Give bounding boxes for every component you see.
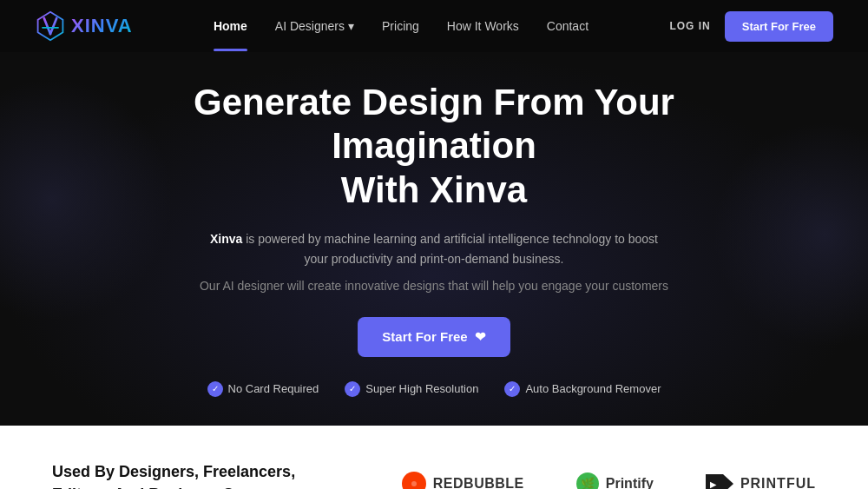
redbubble-icon [402,472,426,490]
nav-item-ai-designers[interactable]: AI Designers ▾ [275,19,354,33]
hero-title: Generate Design From Your Imagination Wi… [130,81,738,212]
check-icon-3: ✓ [504,381,520,397]
hero-desc: Our AI designer will create innovative d… [130,279,738,293]
heart-icon: ❤ [475,329,486,345]
hero-cta-button[interactable]: Start For Free ❤ [358,317,510,357]
svg-line-1 [44,18,50,34]
logo[interactable]: XINVA [35,10,133,42]
nav-item-how-it-works[interactable]: How It Works [447,18,519,34]
svg-text:▶: ▶ [710,480,717,489]
badge-bg-remover: ✓ Auto Background Remover [504,381,661,397]
hero-badges: ✓ No Card Required ✓ Super High Resoluti… [130,381,738,397]
nav-item-contact[interactable]: Contact [547,18,589,34]
check-icon-2: ✓ [345,381,360,397]
nav-item-home[interactable]: Home [214,18,247,34]
partner-redbubble: REDBUBBLE [402,472,524,490]
printful-text: PRINTFUL [740,476,816,490]
hero-subtitle: Xinva is powered by machine learning and… [200,229,668,268]
printify-icon: 🌿 [576,472,599,490]
nav-links: Home AI Designers ▾ Pricing How It Works… [214,18,589,34]
logo-text: XINVA [71,15,133,37]
logo-icon [35,10,66,42]
chevron-down-icon: ▾ [348,19,354,33]
nav-item-pricing[interactable]: Pricing [382,18,419,34]
partners-logos: REDBUBBLE 🌿 Printify ▶ PRINTFUL [402,472,816,490]
partner-printful: ▶ PRINTFUL [706,474,816,490]
partners-section: Used By Designers, Freelancers, Editors,… [0,426,868,489]
svg-line-2 [50,18,56,34]
redbubble-text: REDBUBBLE [433,476,524,490]
svg-point-5 [411,481,417,486]
hero-section: Generate Design From Your Imagination Wi… [0,52,868,426]
start-for-free-button[interactable]: Start For Free [725,11,833,42]
login-button[interactable]: LOG IN [669,20,710,32]
redbubble-logo-svg [407,477,421,490]
navbar: XINVA Home AI Designers ▾ Pricing How It… [0,0,868,52]
nav-actions: LOG IN Start For Free [669,11,833,42]
partner-printify: 🌿 Printify [576,472,654,490]
hero-content: Generate Design From Your Imagination Wi… [130,81,738,397]
check-icon-1: ✓ [207,381,223,397]
badge-no-card: ✓ No Card Required [207,381,319,397]
printful-icon: ▶ [706,474,733,490]
badge-high-res: ✓ Super High Resolution [345,381,478,397]
printify-text: Printify [606,476,654,490]
svg-marker-0 [38,12,63,40]
partners-label: Used By Designers, Freelancers, Editors,… [52,461,350,489]
